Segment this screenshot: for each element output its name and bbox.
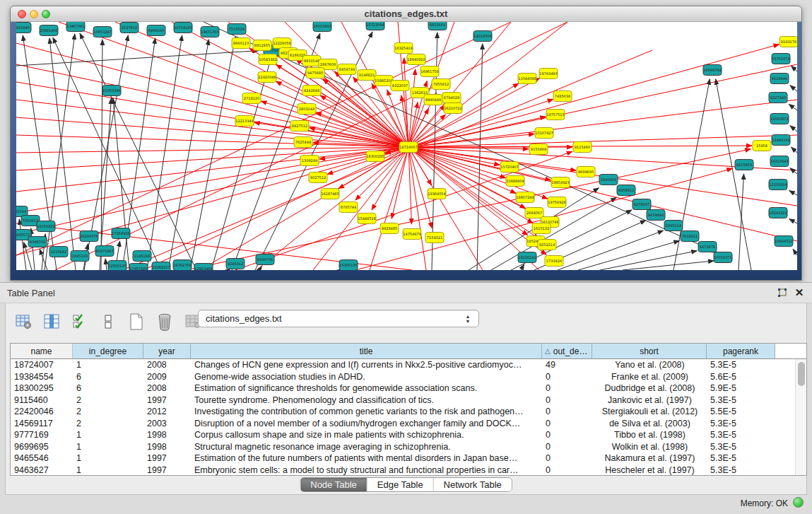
graph-node[interactable]: 10543382 — [259, 54, 277, 65]
graph-node[interactable]: 1640954 — [599, 175, 618, 185]
table-row[interactable]: 946362711997Embryonic stem cells: a mode… — [11, 465, 806, 477]
graph-node[interactable]: 1615132 — [532, 223, 551, 234]
table-row[interactable]: 969969511998Structural magnetic resonanc… — [11, 441, 806, 453]
graph-node[interactable]: 8660123 — [232, 38, 250, 49]
graph-node[interactable]: 8346706 — [256, 255, 274, 265]
graph-node[interactable]: 16210643 — [770, 156, 789, 167]
graph-node[interactable]: 16716371 — [714, 252, 732, 263]
column-header-name[interactable]: name — [11, 344, 73, 358]
graph-node[interactable]: 8958923 — [617, 185, 635, 196]
graph-node[interactable]: 19384554 — [428, 189, 446, 199]
row-height-icon[interactable] — [99, 313, 117, 331]
graph-node[interactable]: 14136141 — [518, 252, 536, 263]
column-checklist-icon[interactable] — [71, 313, 89, 331]
graph-node[interactable]: 1145194 — [133, 251, 151, 262]
graph-node[interactable]: 7955812 — [432, 79, 450, 90]
graph-node[interactable]: 16958107 — [152, 262, 170, 271]
graph-node[interactable]: 15448516 — [358, 214, 376, 224]
graph-node[interactable]: 12923468 — [194, 264, 213, 271]
memory-status-led[interactable] — [793, 497, 804, 508]
graph-node[interactable]: 22420046 — [258, 72, 276, 83]
graph-node[interactable]: 2935114 — [664, 221, 683, 231]
graph-node[interactable]: 1527602 — [120, 23, 139, 33]
graph-node[interactable]: 9245012 — [226, 259, 245, 269]
table-row[interactable]: 2242004622012Investigating the contribut… — [11, 406, 806, 418]
graph-node[interactable]: 26206576 — [80, 231, 98, 242]
graph-node[interactable]: 9831546 — [302, 56, 321, 66]
graph-node[interactable]: 16187465 — [321, 189, 339, 199]
graph-node[interactable]: 16782759 — [173, 260, 192, 271]
graph-node[interactable]: 8990448 — [424, 95, 442, 105]
scrollbar-thumb[interactable] — [798, 362, 805, 386]
table-row[interactable]: 946554611997Estimation of the future num… — [11, 452, 806, 465]
graph-node[interactable]: 12093872 — [770, 114, 789, 124]
graph-node[interactable]: 12444154 — [772, 135, 790, 146]
graph-node[interactable]: 18640910 — [407, 54, 425, 65]
graph-node[interactable]: 14754679 — [403, 229, 421, 240]
delete-column-icon[interactable] — [155, 313, 174, 331]
graph-node[interactable]: 3915940 — [16, 23, 31, 33]
table-row[interactable]: 1456911722003Disruption of a novel membe… — [11, 418, 806, 430]
graph-node[interactable]: 7485038 — [553, 91, 572, 102]
graph-node[interactable]: 6794028 — [442, 93, 461, 103]
graph-node[interactable]: 10653247 — [93, 27, 112, 37]
graph-node[interactable]: 2684067 — [525, 208, 543, 218]
graph-node[interactable]: 14671355 — [201, 27, 219, 37]
graph-node[interactable]: 1309249 — [300, 156, 319, 166]
graph-node[interactable]: 18325419 — [394, 43, 413, 54]
graph-node[interactable]: 8322037 — [391, 81, 409, 91]
tab-node-table[interactable]: Node Table — [300, 478, 367, 491]
tab-network-table[interactable]: Network Table — [434, 478, 512, 491]
graph-node[interactable]: 9475685 — [306, 68, 324, 78]
graph-node[interactable]: 21053346 — [102, 86, 121, 96]
graph-node[interactable]: 13467061 — [66, 22, 85, 32]
table-row[interactable]: 911546021997Tourette syndrome. Phenomeno… — [11, 395, 806, 407]
table-mode-icon[interactable] — [14, 313, 33, 331]
graph-node[interactable]: 7632621 — [681, 231, 699, 242]
graph-node[interactable]: 7154321 — [425, 233, 444, 243]
graph-node[interactable]: 1733426 — [545, 256, 563, 267]
graph-node[interactable]: 19654923 — [551, 177, 570, 188]
graph-node[interactable]: 12505135 — [108, 261, 126, 271]
graph-node[interactable]: 2803144 — [298, 104, 316, 115]
graph-node[interactable]: 18300295 — [366, 151, 384, 162]
graph-node[interactable]: 8471676 — [698, 242, 717, 252]
graph-node[interactable]: 16961758 — [420, 66, 439, 77]
graph-node[interactable]: 16648794 — [703, 65, 722, 76]
graph-node[interactable]: 7625448 — [294, 137, 312, 148]
graph-node[interactable]: 7515526 — [228, 24, 246, 35]
table-dropdown[interactable]: citations_edges.txt ▲▼ — [198, 310, 479, 327]
graph-node[interactable]: 11544098 — [518, 74, 536, 84]
graph-node[interactable]: 10719185 — [174, 23, 192, 33]
graph-node[interactable]: 10688609 — [506, 176, 524, 187]
network-graph[interactable]: 3915940208914061346706110653247152760284… — [16, 22, 797, 270]
graph-node[interactable]: 10694522 — [775, 236, 793, 247]
table-row[interactable]: 977716911998Corpus callosum shape and si… — [11, 429, 806, 441]
graph-node[interactable]: 17359928 — [112, 228, 130, 239]
graph-node[interactable]: 1945193 — [71, 251, 89, 262]
graph-node[interactable]: 17957225 — [129, 264, 148, 271]
graph-node[interactable]: 10243322 — [769, 208, 787, 218]
column-header-year[interactable]: year — [143, 344, 191, 358]
window-titlebar[interactable]: citations_edges.txt — [11, 6, 801, 22]
tab-edge-table[interactable]: Edge Table — [367, 478, 434, 491]
network-canvas[interactable]: 3915940208914061346706110653247152760284… — [16, 22, 797, 270]
graph-node[interactable]: 18807249 — [516, 192, 534, 203]
graph-node[interactable]: 15723094 — [366, 22, 384, 30]
graph-node[interactable]: 9252214 — [538, 240, 556, 250]
graph-node[interactable]: 9155469 — [529, 144, 548, 155]
graph-node[interactable]: 9346706 — [28, 237, 47, 247]
table-row[interactable]: 1872400712008Changes of HCN gene express… — [11, 359, 806, 371]
graph-node[interactable]: 9928485 — [380, 223, 399, 234]
table-scrollbar[interactable] — [795, 359, 806, 475]
graph-node[interactable]: 16033809 — [313, 22, 331, 32]
graph-node[interactable]: 2718120 — [242, 93, 261, 104]
graph-node[interactable]: 9474444 — [647, 210, 665, 221]
graph-node[interactable]: 8427512 — [290, 121, 309, 132]
graph-node[interactable]: 12103504 — [769, 180, 787, 190]
graph-node[interactable]: 15958 — [753, 141, 771, 151]
graph-node[interactable]: 9699695 — [577, 167, 595, 177]
column-header-in_degree[interactable]: in_degree — [73, 344, 143, 358]
graph-node[interactable]: 8466160 — [147, 25, 165, 36]
graph-node[interactable]: 9215953 — [735, 160, 753, 170]
